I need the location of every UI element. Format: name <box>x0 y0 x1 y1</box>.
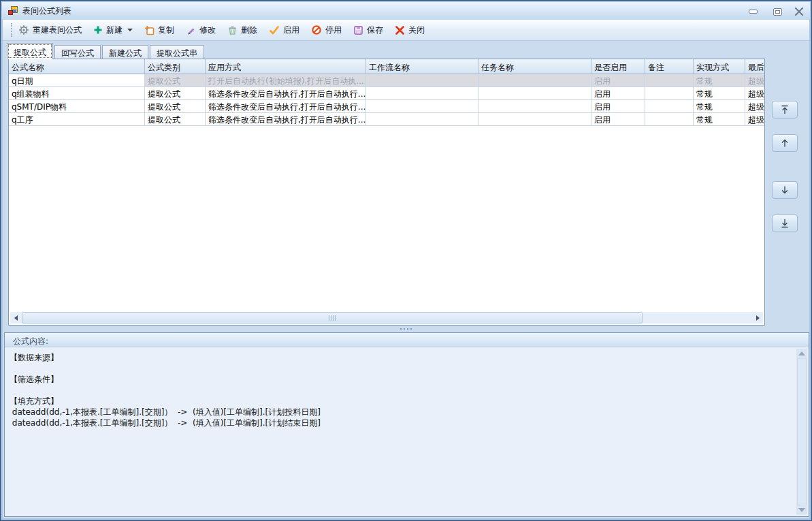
horizontal-scrollbar-thumb[interactable] <box>22 312 643 323</box>
table-cell[interactable]: 常规 <box>694 74 745 86</box>
close-label: 关闭 <box>408 25 425 36</box>
table-cell[interactable]: 常规 <box>694 100 745 112</box>
table-cell[interactable]: 超级 <box>745 87 764 99</box>
tab-strip: 提取公式 回写公式 新建公式 提取公式串 <box>7 43 206 59</box>
table-row[interactable]: qSMT/DIP物料 提取公式 筛选条件改变后自动执行,打开后自动执行... 启… <box>9 100 764 113</box>
scroll-left-button[interactable] <box>10 312 21 323</box>
table-cell[interactable]: 提取公式 <box>145 113 206 125</box>
current-cell[interactable]: q日期 <box>9 74 145 86</box>
table-cell[interactable] <box>478 113 591 125</box>
delete-button[interactable]: 删除 <box>227 25 257 36</box>
table-cell[interactable]: 启用 <box>591 87 645 99</box>
move-to-top-button[interactable] <box>772 101 798 119</box>
table-row[interactable]: q日期 提取公式 打开后自动执行(初始填报),打开后自动执... 启用 常规 超… <box>9 74 764 87</box>
table-cell[interactable] <box>645 100 694 112</box>
vertical-scrollbar-track[interactable] <box>797 358 807 505</box>
edit-button[interactable]: 修改 <box>186 25 216 36</box>
new-label: 新建 <box>106 25 123 36</box>
tab-writeback-formula[interactable]: 回写公式 <box>54 45 101 59</box>
enable-button[interactable]: 启用 <box>269 25 299 36</box>
disable-button[interactable]: 停用 <box>311 25 342 36</box>
formula-content-panel: 公式内容: 【数据来源】 【筛选条件】 【填充方式】 dateadd(dd,-1… <box>4 332 809 517</box>
title-bar: 表间公式列表 <box>2 2 810 20</box>
table-cell[interactable]: 超级 <box>745 74 764 86</box>
table-cell[interactable]: 常规 <box>694 113 745 125</box>
table-cell[interactable]: q工序 <box>9 113 145 125</box>
trash-icon <box>227 25 238 35</box>
column-header-last[interactable]: 最后 <box>745 59 764 74</box>
scroll-up-icon[interactable] <box>798 351 805 356</box>
toolbar: 重建表间公式 新建 复制 修改 <box>3 20 809 41</box>
table-cell[interactable]: 启用 <box>591 100 645 112</box>
edit-label: 修改 <box>199 25 216 36</box>
move-to-bottom-button[interactable] <box>772 215 798 232</box>
minimize-button[interactable] <box>747 7 759 16</box>
maximize-button[interactable] <box>771 7 783 16</box>
table-cell[interactable]: q组装物料 <box>9 87 145 99</box>
save-button[interactable]: 保存 <box>353 25 383 36</box>
table-cell[interactable]: 筛选条件改变后自动执行,打开后自动执行... <box>206 113 366 125</box>
table-cell[interactable]: 提取公式 <box>145 87 206 99</box>
scroll-right-button[interactable] <box>752 312 763 323</box>
column-header-workflow-name[interactable]: 工作流名称 <box>366 59 478 74</box>
new-button[interactable]: 新建 <box>93 25 133 36</box>
move-up-button[interactable] <box>772 134 798 152</box>
tab-extract-formula[interactable]: 提取公式 <box>7 43 53 59</box>
toolbar-grip[interactable] <box>11 23 12 37</box>
table-cell[interactable] <box>478 74 591 86</box>
column-header-apply-mode[interactable]: 应用方式 <box>206 59 366 74</box>
table-cell[interactable]: 筛选条件改变后自动执行,打开后自动执行... <box>206 87 366 99</box>
close-button[interactable]: 关闭 <box>395 25 425 36</box>
plus-icon <box>93 25 103 35</box>
close-window-button[interactable] <box>793 7 805 16</box>
pencil-icon <box>186 25 196 35</box>
splitter-handle[interactable] <box>1 326 811 332</box>
move-up-icon <box>779 137 791 149</box>
table-cell[interactable] <box>645 87 694 99</box>
rebuild-formula-button[interactable]: 重建表间公式 <box>18 25 82 36</box>
copy-button[interactable]: 复制 <box>144 25 174 36</box>
table-cell[interactable]: 超级 <box>745 100 764 112</box>
horizontal-scrollbar[interactable] <box>10 312 763 323</box>
tab-new-formula[interactable]: 新建公式 <box>102 45 148 59</box>
table-cell[interactable]: 常规 <box>694 87 745 99</box>
table-cell[interactable] <box>645 113 694 125</box>
check-icon <box>269 25 280 35</box>
arrow-right-icon <box>756 315 760 321</box>
column-header-remark[interactable]: 备注 <box>645 59 694 74</box>
chevron-down-icon[interactable] <box>127 29 133 31</box>
column-header-enabled[interactable]: 是否启用 <box>591 59 645 74</box>
table-cell[interactable]: 打开后自动执行(初始填报),打开后自动执... <box>206 74 366 86</box>
table-cell[interactable]: 启用 <box>591 113 645 125</box>
column-header-formula-type[interactable]: 公式类别 <box>145 59 206 74</box>
table-cell[interactable] <box>478 87 591 99</box>
formula-content-title: 公式内容: <box>5 333 809 347</box>
move-to-top-icon <box>779 104 791 116</box>
table-cell[interactable] <box>366 100 478 112</box>
scroll-down-icon[interactable] <box>798 508 805 512</box>
table-cell[interactable]: 筛选条件改变后自动执行,打开后自动执行... <box>206 100 366 112</box>
rebuild-formula-label: 重建表间公式 <box>33 25 82 36</box>
tab-extract-formula-chain[interactable]: 提取公式串 <box>150 45 204 59</box>
close-window-icon <box>794 7 804 16</box>
move-to-bottom-icon <box>779 217 791 230</box>
table-cell[interactable]: qSMT/DIP物料 <box>9 100 145 112</box>
table-cell[interactable] <box>645 74 694 86</box>
column-header-impl-mode[interactable]: 实现方式 <box>694 59 745 74</box>
table-cell[interactable]: 提取公式 <box>145 100 206 112</box>
column-header-task-name[interactable]: 任务名称 <box>478 59 591 74</box>
vertical-scrollbar[interactable] <box>796 349 807 515</box>
table-cell[interactable]: 超级 <box>745 113 764 125</box>
column-header-formula-name[interactable]: 公式名称 <box>9 59 145 74</box>
table-cell[interactable] <box>478 100 591 112</box>
table-row[interactable]: q组装物料 提取公式 筛选条件改变后自动执行,打开后自动执行... 启用 常规 … <box>9 87 764 100</box>
table-cell[interactable]: 提取公式 <box>145 74 206 86</box>
arrow-left-icon <box>14 315 18 321</box>
table-row[interactable]: q工序 提取公式 筛选条件改变后自动执行,打开后自动执行... 启用 常规 超级 <box>9 113 764 126</box>
move-down-icon <box>779 184 791 196</box>
table-cell[interactable] <box>366 74 478 86</box>
move-down-button[interactable] <box>772 181 798 199</box>
table-cell[interactable] <box>366 113 478 125</box>
table-cell[interactable]: 启用 <box>591 74 645 86</box>
table-cell[interactable] <box>366 87 478 99</box>
